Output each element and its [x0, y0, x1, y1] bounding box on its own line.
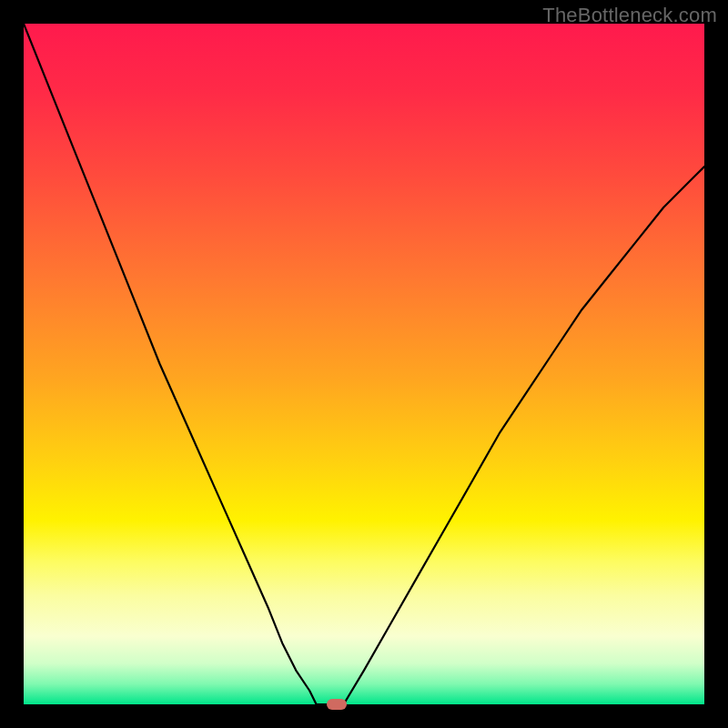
chart-frame: TheBottleneck.com [0, 0, 728, 728]
plot-area [24, 24, 704, 704]
optimum-marker [327, 699, 347, 710]
bottleneck-curve [24, 24, 704, 704]
curve-layer [24, 24, 704, 704]
watermark-text: TheBottleneck.com [542, 4, 717, 27]
